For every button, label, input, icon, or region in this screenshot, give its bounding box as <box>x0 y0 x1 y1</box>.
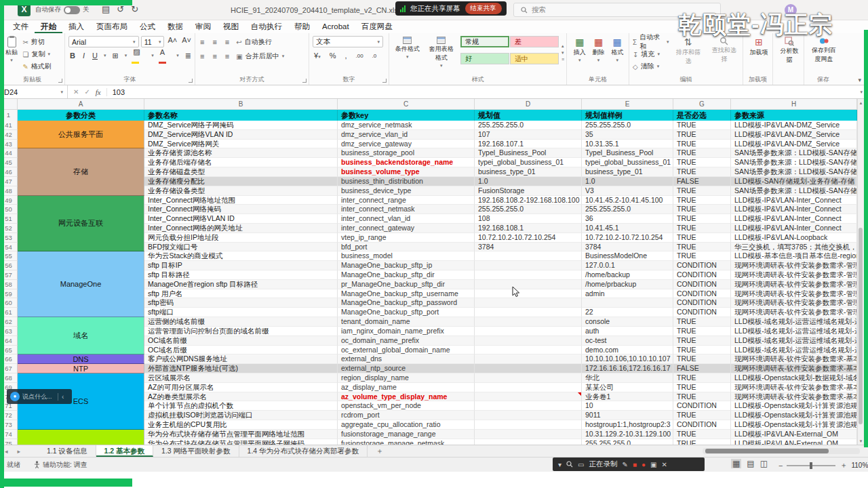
clear-button[interactable]: ◇清除 ▾ <box>633 60 669 73</box>
cell-style-2[interactable]: 好 <box>460 53 509 64</box>
cell-plan[interactable] <box>475 420 582 430</box>
menu-tab-1[interactable]: 开始 <box>35 20 62 33</box>
cell-plan[interactable]: Typel_Business_Pool <box>475 148 582 158</box>
cell-name[interactable]: AZ的卷类型展示名 <box>144 392 338 402</box>
cell-source[interactable]: LLD模板-Openstack规划-计算资源池规划 <box>731 401 857 411</box>
cell-key[interactable]: business_backendstorage_name <box>338 158 475 167</box>
cell-name[interactable]: 业务存储磁盘类型 <box>144 167 338 177</box>
number-format-select[interactable]: 文本▾ <box>313 36 383 47</box>
cell-sample[interactable]: 10.31.35.1 <box>582 140 673 149</box>
insert-cells-button[interactable]: ▦插入▾ <box>570 36 589 64</box>
cell-key[interactable]: bfd_port <box>338 243 475 252</box>
dialog-launcher-icon[interactable] <box>302 79 307 83</box>
cell-key[interactable]: inter_connect_netmask <box>338 205 475 214</box>
cell-source[interactable]: LLD模板-IP&VLAN-DMZ_Service <box>731 140 857 149</box>
cell-required[interactable]: TRUE <box>673 121 731 130</box>
menu-tab-2[interactable]: 插入 <box>62 20 90 33</box>
collapse-ribbon-icon[interactable]: ▾ <box>858 77 861 83</box>
cell-sample[interactable]: 3784 <box>582 243 673 252</box>
increase-decimal-button[interactable]: .00 <box>354 53 364 59</box>
cell-source[interactable]: LLD模板-IP&VLAN-Inter_Connect <box>731 214 857 224</box>
chat-widget[interactable]: ● 说点什么... ‹ <box>7 389 72 404</box>
cell-sample[interactable]: BusinessModelOne <box>582 251 673 261</box>
cell-sample[interactable]: 10.41.45.1 <box>582 224 673 233</box>
align-bottom-button[interactable]: ≡ <box>224 38 231 46</box>
next-sheet-icon[interactable]: ▸ <box>13 448 26 455</box>
cell-name[interactable]: Inter_Connect网络的网关地址 <box>144 224 338 233</box>
format-painter-button[interactable]: ✎格式刷 <box>22 60 51 73</box>
rec-camera-icon[interactable]: ▣ <box>650 461 656 468</box>
cell-name[interactable]: Inter_Connect网络掩码 <box>144 205 338 214</box>
cell-sample[interactable]: 127.0.0.1 <box>582 261 673 270</box>
cell-name[interactable]: sftp密码 <box>144 298 338 308</box>
cell-source[interactable]: LLD模板-SAN存储规划-业务存储-存储 <box>731 177 857 186</box>
cell-key[interactable]: ManageOne_backup_sftp_password <box>338 298 475 308</box>
cell-sample[interactable]: 255.255.255.0 <box>582 439 673 445</box>
cell-name[interactable]: 业务存储瘦分配比 <box>144 177 338 186</box>
category-ManageOne[interactable]: ManageOne <box>18 251 144 317</box>
cell-key[interactable]: business_thin_distribution <box>338 177 475 186</box>
header-cell-6[interactable]: 是否必选 <box>673 110 731 121</box>
cell-key[interactable]: fusionstorage_manage_netmask <box>338 439 475 445</box>
cell-key[interactable]: ManageOne_backup_sftp_ip <box>338 261 475 270</box>
zoom-level[interactable]: 110% <box>851 462 868 469</box>
cell-required[interactable]: TRUE <box>673 167 731 177</box>
cell-name[interactable]: 云区域展示名 <box>144 373 338 383</box>
cell-required[interactable]: TRUE <box>673 430 731 439</box>
cell-source[interactable]: 现网环境调研表-软件安装参数需求-管理 <box>731 280 857 289</box>
cell-source[interactable]: 现网环境调研表-软件安装参数需求-管理 <box>731 298 857 308</box>
column-header-A[interactable]: A <box>18 99 144 110</box>
cell-key[interactable]: ManageOne_backup_sftp_port <box>338 308 475 317</box>
cell-name[interactable]: 业务存储设备类型 <box>144 186 338 196</box>
cell-plan[interactable] <box>475 308 582 317</box>
insert-function-icon[interactable]: fx <box>96 88 101 96</box>
cell-source[interactable]: LLD模板-Openstack规划-计算资源池规划 <box>731 420 857 430</box>
cell-plan[interactable] <box>475 354 582 364</box>
borders-button[interactable]: ⊞ <box>111 52 119 60</box>
menu-tab-6[interactable]: 审阅 <box>189 20 217 33</box>
chat-collapse-icon[interactable]: ‹ <box>58 393 64 401</box>
cell-plan[interactable]: 192.168.108.1 <box>475 224 582 233</box>
cell-sample[interactable]: auth <box>582 327 673 336</box>
cell-name[interactable]: 业务存储资源池名称 <box>144 148 338 158</box>
cell-key[interactable]: az_volume_type_display_name <box>338 392 475 402</box>
menu-tab-5[interactable]: 数据 <box>161 20 189 33</box>
gallery-down-icon[interactable]: ▾ <box>561 50 564 56</box>
cell-plan[interactable] <box>475 383 582 392</box>
cell-plan[interactable] <box>475 392 582 402</box>
sort-filter-button[interactable]: ⇅排序和筛选 <box>672 36 705 73</box>
rec-magnifier-icon[interactable] <box>566 461 573 468</box>
undo-button[interactable]: ↺ <box>117 4 124 14</box>
cell-required[interactable]: CONDITION <box>673 270 731 280</box>
cell-key[interactable]: dmz_service_gateway <box>338 140 475 149</box>
cell-sample[interactable] <box>582 298 673 308</box>
cell-required[interactable]: TRUE <box>673 383 731 392</box>
cell-style-1[interactable]: 差 <box>510 36 559 47</box>
cell-source[interactable]: SAN场景参数来源：LLD模板-SAN存储 <box>731 158 857 167</box>
cell-required[interactable]: TRUE <box>673 205 731 214</box>
bold-button[interactable]: B <box>68 52 77 60</box>
cell-sample[interactable]: 10.41.45.2-10.41.45.100 <box>582 196 673 205</box>
cell-sample[interactable]: 255.255.255.0 <box>582 205 673 214</box>
cell-required[interactable]: TRUE <box>673 373 731 383</box>
cell-plan[interactable] <box>475 251 582 261</box>
cell-required[interactable]: FALSE <box>673 364 731 373</box>
cell-name[interactable]: 华为云Stack的商业模式 <box>144 251 338 261</box>
rec-pen-icon[interactable]: ✎ <box>622 461 627 468</box>
cell-sample[interactable]: console <box>582 317 673 327</box>
cell-key[interactable]: inter_connect_gateway <box>338 224 475 233</box>
category-NTP[interactable]: NTP <box>18 364 144 373</box>
cell-name[interactable]: 业务主机组的CPU复用比 <box>144 420 338 430</box>
cell-source[interactable]: LLD模板-IP&VLAN-DMZ_Service <box>731 130 857 140</box>
cell-required[interactable]: CONDITION <box>673 420 731 430</box>
cell-source[interactable]: LLD模板-IP&VLAN-Loopback <box>731 233 857 243</box>
cell-plan[interactable]: FusionStorage <box>475 186 582 196</box>
paste-button[interactable]: 粘贴 ▾ <box>3 36 20 64</box>
menu-tab-0[interactable]: 文件 <box>7 20 35 33</box>
menu-tab-8[interactable]: 自动执行 <box>245 20 288 33</box>
cell-key[interactable]: external_ntp_source <box>338 364 475 373</box>
format-cells-button[interactable]: ▦格式▾ <box>608 36 627 64</box>
cell-name[interactable]: 业务存储后端存储名 <box>144 158 338 167</box>
cell-required[interactable]: TRUE <box>673 439 731 445</box>
category-存储[interactable]: 存储 <box>18 148 144 195</box>
